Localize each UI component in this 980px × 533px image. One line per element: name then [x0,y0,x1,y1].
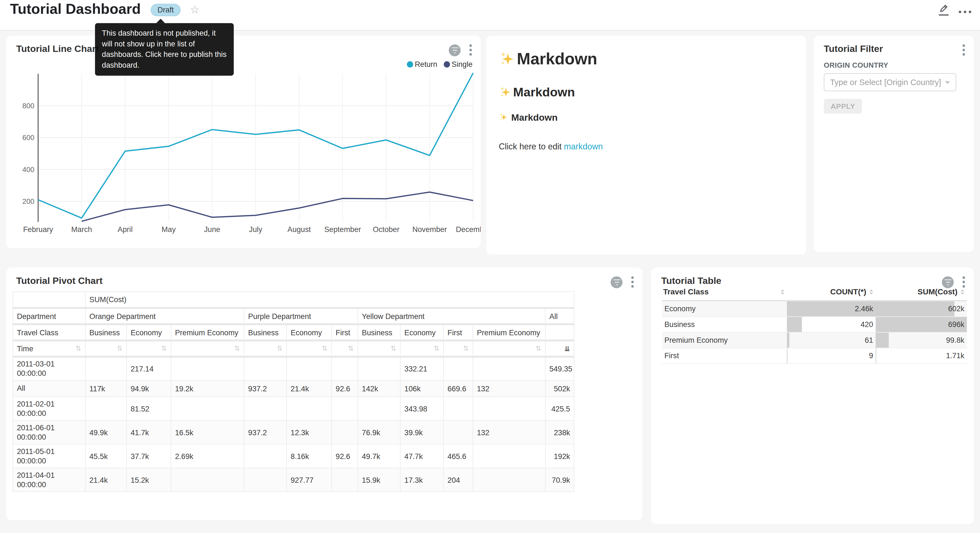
pivot-value-cell [473,468,546,492]
pivot-value-cell [244,397,286,421]
pivot-value-cell: 465.6 [443,444,473,468]
travel-class-header-cell: Premium Economy [171,324,244,340]
pivot-corner-cell [13,292,85,308]
sort-icon[interactable]: ⇅ [117,345,123,353]
pivot-row-label: 2011-03-01 00:00:00 [13,357,85,381]
table-row[interactable]: Premium Economy6199.8k [662,332,967,348]
table-title: Tutorial Table [661,275,721,286]
table-row: DepartmentOrange DepartmentPurple Depart… [13,308,574,324]
filter-menu-icon[interactable] [961,44,966,56]
pivot-value-cell [473,357,546,381]
sort-icon[interactable]: ⇊ [564,345,570,353]
draft-badge[interactable]: Draft [151,4,181,16]
travel-class-cell: Economy [662,301,787,317]
sort-cell[interactable]: ⇅ [171,340,244,357]
edit-dashboard-button[interactable] [939,4,949,16]
time-row-label[interactable]: Time⇅ [13,340,85,357]
travel-class-header-cell: Business [85,324,126,340]
applied-filter-icon[interactable] [942,276,954,288]
table-menu-icon[interactable] [961,276,966,288]
x-axis-label: October [373,225,399,234]
markdown-paragraph: Click here to edit markdown [499,142,794,152]
sum-cost-cell: 99.8k [876,332,967,348]
pencil-icon [939,4,949,13]
column-header-count[interactable]: COUNT(*) [787,287,875,301]
y-axis-tick: 200 [22,197,34,206]
pivot-value-cell: 106k [400,381,443,397]
pivot-value-cell: 238k [545,421,574,444]
pivot-value-cell: 92.6 [331,444,358,468]
table-row[interactable]: First91.71k [662,348,967,364]
pivot-value-cell [85,397,126,421]
pivot-row-label: 2011-04-01 00:00:00 [13,468,85,492]
pivot-value-cell [331,468,358,492]
sort-cell[interactable]: ⇅ [331,340,358,357]
sort-cell[interactable]: ⇅ [85,340,126,357]
department-header-cell: Purple Department [244,308,358,324]
pivot-value-cell [358,357,400,381]
pivot-value-cell: 117k [85,381,126,397]
sort-icon[interactable]: ⇅ [536,345,541,353]
sort-icon[interactable]: ⇅ [348,345,354,353]
line-chart[interactable]: 200400600800FebruaryMarchAprilMayJuneJul… [6,36,480,248]
pivot-value-cell: 192k [545,444,574,468]
column-header-travel-class[interactable]: Travel Class [662,287,787,301]
more-options-button[interactable] [959,6,971,13]
sort-cell[interactable]: ⇅ [473,340,546,357]
pivot-value-cell [244,357,286,381]
sort-icon[interactable]: ⇅ [391,345,396,353]
pivot-value-cell: 70.9k [545,468,574,492]
sort-icon[interactable]: ⇅ [463,345,469,353]
table-card: Tutorial Table Travel Class COUNT(*) SUM… [651,268,974,524]
table-row: 2011-04-01 00:00:0021.4k15.2k927.7715.9k… [13,468,574,492]
sort-icon[interactable]: ⇅ [321,345,328,353]
pivot-value-cell: 45.5k [85,444,126,468]
column-header-sum-cost[interactable]: SUM(Cost) [876,287,967,301]
sort-cell[interactable]: ⇅ [126,340,171,357]
pivot-value-cell: 2.69k [171,444,244,468]
sort-icon[interactable] [781,289,784,294]
sort-icon[interactable]: ⇅ [434,345,439,353]
sort-icon[interactable]: ⇅ [161,345,167,353]
sort-cell[interactable]: ⇅ [244,340,286,357]
pivot-value-cell: 142k [358,381,400,397]
sort-icon[interactable]: ⇅ [75,345,81,353]
table-row[interactable]: Economy2.46k602k [662,301,967,317]
travel-class-header-cell: First [443,324,473,340]
pivot-value-cell: 132 [473,381,546,397]
count-cell: 9 [787,348,875,364]
table-row[interactable]: Business420696k [662,317,967,332]
data-table: Travel Class COUNT(*) SUM(Cost) Economy2… [662,287,967,364]
sort-cell[interactable]: ⇅ [358,340,400,357]
sort-cell-all[interactable]: ⇊ [545,340,574,357]
x-axis-label: February [23,225,53,234]
select-placeholder: Type or Select [Origin Country] [830,78,941,87]
pivot-value-cell [286,357,331,381]
page-title: Tutorial Dashboard [10,0,141,18]
x-axis-label: April [118,225,132,234]
sort-icon[interactable] [869,289,873,294]
sort-cell[interactable]: ⇅ [443,340,473,357]
series-line-single[interactable] [82,192,473,222]
sort-icon[interactable]: ⇅ [277,345,282,353]
markdown-link[interactable]: markdown [564,142,603,152]
x-axis-label: March [71,225,92,234]
pivot-value-cell: 49.7k [358,444,400,468]
pivot-value-cell: 549.35 [545,357,574,381]
apply-button[interactable]: APPLY [824,99,862,114]
origin-country-select[interactable]: Type or Select [Origin Country] [824,73,956,91]
sort-cell[interactable]: ⇅ [286,340,331,357]
sort-cell[interactable]: ⇅ [400,340,443,357]
all-subheader-cell [545,324,574,340]
applied-filter-icon[interactable] [611,276,622,288]
sum-cost-cell: 1.71k [876,348,967,364]
pivot-value-cell: 15.2k [126,468,171,492]
sort-icon[interactable]: ⇅ [234,345,240,353]
travel-class-header-cell: Economy [286,324,331,340]
value-bar [787,348,787,363]
origin-country-label: ORIGIN COUNTRY [824,61,888,69]
table-row: 2011-03-01 00:00:00217.14332.21549.35 [13,357,574,381]
sort-icon[interactable] [961,289,964,294]
favorite-star-icon[interactable]: ☆ [190,3,200,16]
pivot-menu-icon[interactable] [630,276,635,288]
